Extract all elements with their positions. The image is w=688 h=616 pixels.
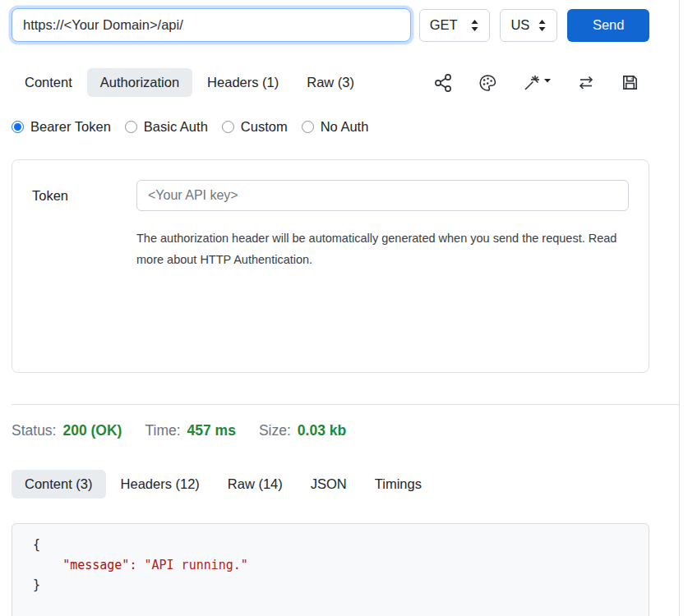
send-button[interactable]: Send [567,9,649,42]
token-input[interactable] [136,180,629,211]
save-icon[interactable] [621,73,640,92]
status-label: Status: [12,422,56,439]
auth-help-text: The authorization header will be automat… [136,228,629,270]
updown-arrows-icon [538,19,547,32]
brace-open: { [33,537,40,552]
response-body-panel: { "message": "API running." } [12,523,649,616]
radio-icon[interactable] [125,121,137,133]
palette-icon[interactable] [478,73,497,93]
size-group: Size: 0.03 kb [259,422,346,439]
request-toolbar [433,73,649,93]
share-icon[interactable] [433,73,453,93]
swap-arrows-icon[interactable] [576,73,596,93]
response-tabs: Content (3) Headers (12) Raw (14) JSON T… [12,470,649,499]
request-bar: GET US Send [12,8,649,42]
tab-raw[interactable]: Raw (3) [293,68,367,97]
response-json: { "message": "API running." } [33,535,649,595]
tab-authorization[interactable]: Authorization [87,68,192,97]
section-divider [12,404,679,405]
url-input[interactable] [12,8,411,42]
resp-tab-content[interactable]: Content (3) [12,470,106,499]
region-select-value: US [510,17,529,33]
token-field-row: Token [32,180,629,211]
token-panel: Token The authorization header will be a… [12,159,649,373]
json-value: "API running." [144,558,247,572]
time-group: Time: 457 ms [145,422,235,439]
auth-option-label: Custom [241,119,288,135]
token-label: Token [32,188,136,204]
auth-option-noauth[interactable]: No Auth [302,119,369,135]
method-select-value: GET [430,17,458,33]
api-client-page: GET US Send Content Authorization Header… [0,8,649,616]
status-group: Status: 200 (OK) [12,422,122,439]
tab-content[interactable]: Content [12,68,85,97]
auth-type-options: Bearer Token Basic Auth Custom No Auth [12,119,649,135]
radio-icon[interactable] [302,121,314,133]
auth-option-label: No Auth [321,119,369,135]
page-edge-divider [679,0,680,616]
magic-wand-dropdown-icon[interactable] [522,73,552,93]
brace-close: } [33,577,40,592]
size-value: 0.03 kb [298,422,346,439]
size-label: Size: [259,422,291,439]
method-select[interactable]: GET [419,9,491,42]
auth-option-bearer[interactable]: Bearer Token [12,119,111,135]
resp-tab-headers[interactable]: Headers (12) [108,470,213,499]
response-status-bar: Status: 200 (OK) Time: 457 ms Size: 0.03… [12,422,649,439]
time-value: 457 ms [187,422,236,439]
region-select[interactable]: US [500,9,557,42]
auth-option-basic[interactable]: Basic Auth [125,119,208,135]
tab-headers[interactable]: Headers (1) [194,68,292,97]
json-key: "message": [62,558,136,572]
resp-tab-json[interactable]: JSON [298,470,360,499]
auth-option-custom[interactable]: Custom [222,119,288,135]
resp-tab-raw[interactable]: Raw (14) [215,470,296,499]
radio-icon[interactable] [222,121,234,133]
auth-option-label: Basic Auth [144,119,208,135]
resp-tab-timings[interactable]: Timings [362,470,435,499]
time-label: Time: [145,422,180,439]
status-value: 200 (OK) [62,422,122,439]
updown-arrows-icon [470,19,479,32]
radio-selected-icon[interactable] [12,121,24,133]
auth-option-label: Bearer Token [30,119,111,135]
request-tabs: Content Authorization Headers (1) Raw (3… [12,68,649,97]
